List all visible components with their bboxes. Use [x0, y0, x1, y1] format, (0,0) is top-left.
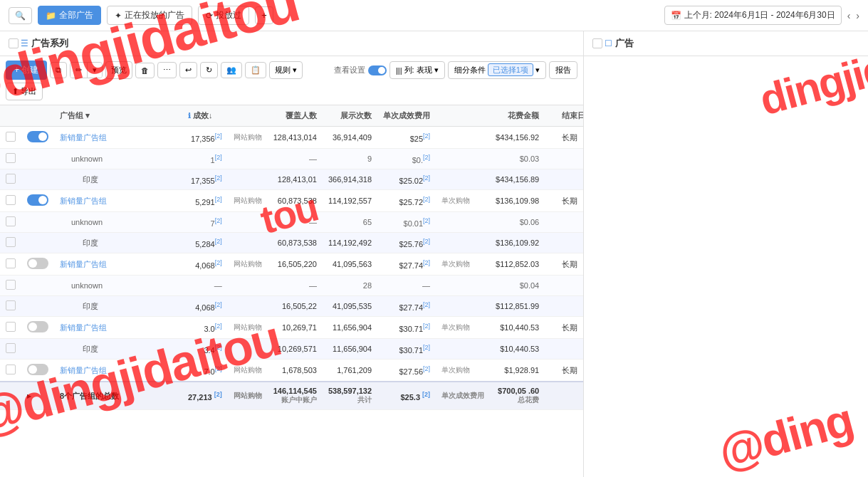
row-impressions: 36,914,409	[323, 127, 377, 149]
cost-ref: [2]	[423, 217, 430, 224]
footer-cost-note: 单次成效费用	[436, 382, 490, 410]
row-metric-note: 网站购物	[228, 127, 268, 149]
adgroup-link[interactable]: 新销量广告组	[60, 133, 107, 142]
th-cpe[interactable]: 单次成效费用	[377, 105, 436, 127]
row-checkbox[interactable]	[6, 174, 16, 184]
columns-button[interactable]: ||| 列: 表现 ▾	[389, 61, 445, 79]
footer-toggle: ▸	[21, 382, 54, 410]
row-adgroup-name: 新销量广告组	[54, 127, 182, 149]
adgroup-link[interactable]: 新销量广告组	[60, 260, 107, 268]
row-checkbox[interactable]	[6, 322, 16, 332]
edit-button[interactable]: ✏	[70, 63, 88, 78]
row-cost-note	[436, 296, 490, 317]
table-row: 新销量广告组3.0[2]网站购物10,269,7111,656,904$30.7…	[0, 317, 583, 339]
footer-reach: 146,114,545 账户中账户	[268, 382, 323, 410]
add-tab-button[interactable]: +	[255, 6, 273, 24]
row-checkbox[interactable]	[6, 153, 16, 163]
row-checkbox[interactable]	[6, 343, 16, 353]
right-select-all[interactable]	[592, 38, 602, 48]
undo-button[interactable]: ↩	[179, 62, 197, 78]
row-impressions: 28	[323, 276, 377, 296]
history-icon: ⟳	[206, 11, 213, 21]
table-container[interactable]: 广告组 ▾ ℹ 成效↓ 覆盖人数 展示次数 单次成效费用	[0, 105, 583, 477]
tab-past-label: 投放过	[216, 9, 241, 21]
row-metric-note	[228, 276, 268, 296]
rules-button[interactable]: 规则 ▾	[269, 61, 303, 79]
export-button[interactable]: ⬆ 导出	[6, 83, 43, 100]
clipboard-button[interactable]: 📋	[245, 62, 266, 78]
report-button[interactable]: 报告	[549, 61, 577, 79]
footer-end-date	[556, 382, 583, 410]
select-all-checkbox[interactable]	[9, 38, 19, 48]
tab-active-label: 正在投放的广告	[125, 9, 184, 21]
tab-past-ads[interactable]: ⟳ 投放过	[198, 6, 249, 25]
adgroup-link[interactable]: 新销量广告组	[60, 196, 107, 205]
date-range-selector[interactable]: 📅 上个月: 2024年6月1日 - 2024年6月30日	[664, 6, 842, 25]
row-checkbox[interactable]	[6, 365, 16, 374]
row-spend-extra	[545, 253, 556, 276]
th-adgroup[interactable]: 广告组 ▾	[54, 105, 182, 127]
adgroup-link[interactable]: 新销量广告组	[60, 323, 107, 332]
edit-dropdown[interactable]: ▾	[88, 63, 102, 78]
row-metric: 7[2]	[182, 212, 228, 233]
metric-value: 5,291	[195, 197, 215, 206]
metric-value: 17,355	[191, 176, 215, 184]
row-cost: $25.76[2]	[377, 233, 436, 253]
tab-all-ads[interactable]: 📁 全部广告	[38, 6, 101, 25]
cost-value: $25.76	[399, 239, 423, 248]
delete-button[interactable]: 🗑	[135, 63, 155, 78]
row-toggle[interactable]	[27, 321, 48, 332]
metric-value: 3.0	[204, 324, 214, 332]
copy-button[interactable]: ⧉	[50, 62, 67, 78]
next-period-button[interactable]: ›	[856, 10, 859, 21]
filter-button[interactable]: 细分条件 已选择1项 ▾	[448, 61, 546, 79]
th-spend[interactable]: 花费金额	[490, 105, 545, 127]
table-header-row: 广告组 ▾ ℹ 成效↓ 覆盖人数 展示次数 单次成效费用	[0, 105, 583, 127]
row-checkbox[interactable]	[6, 300, 16, 310]
expand-icon[interactable]: ▸	[27, 392, 31, 400]
row-spend-extra	[545, 233, 556, 253]
row-checkbox[interactable]	[6, 195, 16, 205]
row-impressions: 65	[323, 212, 377, 233]
users-button[interactable]: 👥	[221, 62, 242, 78]
edit-group: ✏ ▾	[70, 62, 103, 78]
right-panel-header: ☐ 广告	[584, 31, 868, 56]
row-adgroup-name: 印度	[54, 296, 182, 317]
metric-value: 17,356	[191, 134, 215, 142]
footer-metric-ref: [2]	[214, 391, 222, 398]
create-button[interactable]: + 创建	[6, 61, 47, 80]
tab-active-ads[interactable]: ✦ 正在投放的广告	[107, 6, 192, 25]
row-toggle[interactable]	[27, 364, 48, 375]
row-cost-note: 单次购物	[436, 253, 490, 276]
row-spend-extra	[545, 317, 556, 339]
footer-imp-note: 共计	[328, 395, 372, 405]
row-checkbox[interactable]	[6, 216, 16, 226]
redo-button[interactable]: ↻	[200, 62, 218, 78]
view-toggle[interactable]	[368, 65, 387, 75]
row-checkbox[interactable]	[6, 237, 16, 247]
more-button[interactable]: ⋯	[157, 62, 177, 78]
ad-panel: ☐ 广告	[584, 31, 868, 477]
row-end-date: 长期	[556, 253, 583, 276]
metric-note-text: 网站购物	[234, 196, 262, 204]
row-adgroup-name: 新销量广告组	[54, 360, 182, 382]
row-spend: $112,851.99	[490, 296, 545, 317]
th-reach[interactable]: 覆盖人数	[268, 105, 323, 127]
adgroup-link[interactable]: 新销量广告组	[60, 366, 107, 374]
row-spend: $112,852.03	[490, 253, 545, 276]
preview-button[interactable]: 预览	[105, 61, 132, 79]
row-adgroup-name: 印度	[54, 339, 182, 360]
th-metric[interactable]: ℹ 成效↓	[182, 105, 228, 127]
row-toggle[interactable]	[27, 131, 48, 142]
row-checkbox[interactable]	[6, 132, 16, 142]
th-enddate[interactable]: 结束日期	[556, 105, 583, 127]
info-icon-metric[interactable]: ℹ	[188, 112, 191, 120]
prev-period-button[interactable]: ‹	[847, 10, 851, 21]
row-checkbox[interactable]	[6, 258, 16, 268]
ad-panel-icon: ☐	[605, 38, 612, 48]
row-toggle[interactable]	[27, 258, 48, 269]
row-checkbox[interactable]	[6, 280, 16, 290]
row-toggle[interactable]	[27, 194, 48, 206]
th-impressions[interactable]: 展示次数	[323, 105, 377, 127]
search-button[interactable]: 🔍	[9, 7, 32, 24]
